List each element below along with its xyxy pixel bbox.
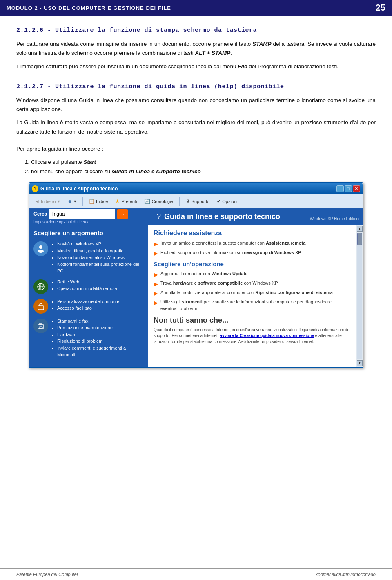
left-item[interactable]: Inviare commenti e suggerimenti a Micros… [57,345,144,358]
maximize-button[interactable]: □ [345,185,352,192]
right-text-2: Richiedi supporto o trova informazioni s… [160,250,301,256]
minimize-button[interactable]: _ [336,185,344,192]
right-title-2: Scegliere un'operazione [154,261,350,268]
step-1: Cliccare sul pulsante Start [31,158,376,167]
searchbar-right: ? Guida in linea e supporto tecnico Wind… [131,212,359,221]
section-2126-heading: 2.1.2.6 - Utilizzare la funzione di stam… [16,27,376,34]
opzioni-label: Opzioni [222,199,237,204]
right-text-4: Trova hardware e software compatibile co… [160,280,278,287]
svg-rect-6 [38,306,44,310]
stamp-key: STAMP [252,41,271,47]
right-title-1: Richiedere assistenza [154,230,350,237]
searchbar-left: Cerca → Impostazione opzioni di ricerca [33,209,128,224]
left-item[interactable]: Operazioni in modalità remota [57,285,117,292]
right-small-text: Quando il computer è connesso a Internet… [154,327,350,345]
section-2127-p3: Per aprire la guida in linea occorre : [16,145,376,154]
indice-label: Indice [96,199,108,204]
steps-list: Cliccare sul pulsante Start nel menu che… [31,158,376,176]
section-2126-p2: L'immagine catturata può essere poi inse… [16,62,376,71]
left-item[interactable]: Musica, filmati, giochi e fotografie [57,248,144,254]
cronologia-button[interactable]: 🔄 Cronologia [141,197,176,205]
star-icon: ★ [115,198,120,204]
guida-label: Guida in Linea e supporto tecnico [112,168,201,174]
step-2: nel menu che appare cliccare su Guida in… [31,167,376,176]
indice-button[interactable]: 📋 Indice [86,197,111,205]
right-item-5: ▶ Annulla le modifiche apportate al comp… [154,290,350,297]
left-bullets-2: Reti e Web Operazioni in modalità remota [51,279,117,292]
arrow-icon-4: ▶ [154,281,158,287]
left-item[interactable]: Stampanti e fax [57,318,144,325]
back-dropdown-icon: ▼ [57,199,61,203]
left-item[interactable]: Prestazioni e manutenzione [57,324,144,331]
start-label: Start [83,159,96,165]
arrow-icon-1: ▶ [154,241,158,247]
footer: Patente Europea del Computer xoomer.alic… [0,568,392,580]
back-label: Indietro [41,199,56,204]
ripristino-label: Ripristino configurazione di sistema [255,290,332,295]
search-input[interactable] [49,209,115,219]
windows-update-label: Windows Update [212,271,248,276]
arrow-icon-2: ▶ [154,250,158,257]
left-item[interactable]: Nozioni fondamentali sulla protezione de… [57,261,144,274]
left-group-4: Stampanti e fax Prestazioni e manutenzio… [33,318,144,358]
forward-button[interactable]: ● ▼ [65,196,80,206]
supporto-button[interactable]: 🖥 Supporto [183,197,213,205]
arrow-icon-6: ▶ [154,299,158,306]
section-2127-heading: 2.1.2.7 - Utilizzare la funzione di guid… [16,83,376,90]
forward-dropdown-icon: ▼ [73,199,77,203]
left-item[interactable]: Reti e Web [57,279,117,286]
winxp-body: Scegliere un argomento Novità di Windows… [29,225,363,367]
left-bullets-3: Personalizzazione del computer Accesso f… [51,298,121,312]
scrollbar-up-arrow[interactable]: ▲ [357,226,363,232]
scrollbar-down-arrow[interactable]: ▼ [357,360,363,366]
section-2126: 2.1.2.6 - Utilizzare la funzione di stam… [16,27,376,71]
winxp-searchbar: Cerca → Impostazione opzioni di ricerca … [29,208,363,225]
assistenza-label: Assistenza remota [266,241,305,245]
forward-icon: ● [68,198,72,205]
left-item[interactable]: Hardware [57,331,144,338]
toolbar-separator-2 [179,197,180,206]
footer-right: xoomer.alice.it/mimmocorrado [316,572,376,577]
file-menu-ref: File [238,63,247,69]
left-icon-3 [33,299,48,314]
search-options-link[interactable]: Impostazione opzioni di ricerca [33,220,128,224]
svg-point-0 [39,245,42,249]
left-item[interactable]: Nozioni fondamentali su Windows [57,254,144,261]
left-item[interactable]: Personalizzazione del computer [57,298,121,305]
left-group-3: Personalizzazione del computer Accesso f… [33,298,144,314]
header-bar: MODULO 2 - USO DEL COMPUTER E GESTIONE D… [0,0,392,16]
opzioni-button[interactable]: ✔ Opzioni [214,197,240,205]
strumenti-label: strumenti [182,299,203,304]
left-bullets-4: Stampanti e fax Prestazioni e manutenzio… [51,318,144,358]
back-icon: ◄ [35,199,40,204]
scrollbar-thumb[interactable] [357,233,362,245]
newsgroup-label: newsgroup di Windows XP [244,250,301,255]
arrow-icon-3: ▶ [154,271,158,278]
creazione-guidata-link[interactable]: avviare la Creazione guidata nuova conne… [220,333,314,338]
preferiti-label: Preferiti [121,199,137,204]
titlebar-icon: ? [32,185,38,192]
right-item-3: ▶ Aggiorna il computer con Windows Updat… [154,271,350,278]
supporto-label: Supporto [192,199,210,204]
left-section-title: Scegliere un argomento [33,230,144,236]
scrollbar-track[interactable] [357,233,362,359]
back-button[interactable]: ◄ Indietro ▼ [32,197,64,205]
section-2127-p1: Windows dispone di una Guida in linea ch… [16,96,376,114]
winxp-toolbar: ◄ Indietro ▼ ● ▼ 📋 Indice ★ Preferiti 🔄 … [29,194,363,208]
close-button[interactable]: ✕ [353,185,360,192]
search-title: Guida in linea e supporto tecnico [164,212,280,221]
left-item[interactable]: Accesso facilitato [57,305,121,312]
titlebar-buttons[interactable]: _ □ ✕ [336,185,360,192]
left-item[interactable]: Risoluzione di problemi [57,338,144,345]
main-content: 2.1.2.6 - Utilizzare la funzione di stam… [0,16,392,376]
left-group-1: Novità di Windows XP Musica, filmati, gi… [33,241,144,274]
left-group-2: Reti e Web Operazioni in modalità remota [33,279,144,294]
arrow-icon-5: ▶ [154,290,158,297]
preferiti-button[interactable]: ★ Preferiti [112,197,140,205]
header-title: MODULO 2 - USO DEL COMPUTER E GESTIONE D… [7,5,171,11]
left-item[interactable]: Novità di Windows XP [57,241,144,248]
hw-sw-label: hardware e software compatibile [173,281,243,286]
right-item-6: ▶ Utilizza gli strumenti per visualizzar… [154,299,350,312]
right-item-1: ▶ Invita un amico a connettersi a questo… [154,240,350,247]
search-arrow-button[interactable]: → [117,209,128,219]
